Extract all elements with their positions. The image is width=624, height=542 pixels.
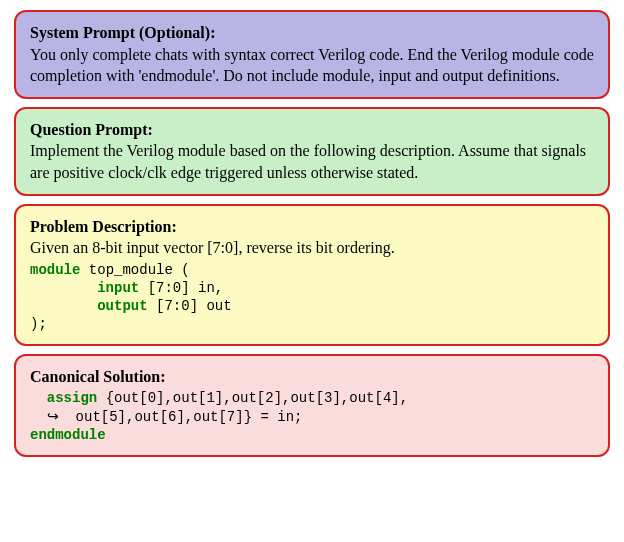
continuation-arrow-icon: ↪ — [47, 408, 59, 424]
canonical-solution-title: Canonical Solution: — [30, 368, 166, 385]
keyword-endmodule: endmodule — [30, 427, 106, 443]
problem-description-title: Problem Description: — [30, 218, 177, 235]
module-close: ); — [30, 316, 47, 332]
keyword-output: output — [97, 298, 147, 314]
assign-continuation: out[5],out[6],out[7]} = in; — [59, 409, 303, 425]
assign-body: {out[0],out[1],out[2],out[3],out[4], — [97, 390, 408, 406]
canonical-solution-box: Canonical Solution: assign {out[0],out[1… — [14, 354, 610, 457]
system-prompt-box: System Prompt (Optional): You only compl… — [14, 10, 610, 99]
problem-description-body: Given an 8-bit input vector [7:0], rever… — [30, 237, 594, 259]
system-prompt-title: System Prompt (Optional): — [30, 24, 215, 41]
module-name-text: top_module ( — [80, 262, 189, 278]
system-prompt-body: You only complete chats with syntax corr… — [30, 44, 594, 87]
output-declaration: [7:0] out — [148, 298, 232, 314]
problem-code-block: module top_module ( input [7:0] in, outp… — [30, 261, 594, 334]
keyword-assign: assign — [47, 390, 97, 406]
question-prompt-box: Question Prompt: Implement the Verilog m… — [14, 107, 610, 196]
input-declaration: [7:0] in, — [139, 280, 223, 296]
keyword-module: module — [30, 262, 80, 278]
problem-description-box: Problem Description: Given an 8-bit inpu… — [14, 204, 610, 346]
solution-code-block: assign {out[0],out[1],out[2],out[3],out[… — [30, 389, 594, 445]
question-prompt-title: Question Prompt: — [30, 121, 153, 138]
keyword-input: input — [97, 280, 139, 296]
question-prompt-body: Implement the Verilog module based on th… — [30, 140, 594, 183]
